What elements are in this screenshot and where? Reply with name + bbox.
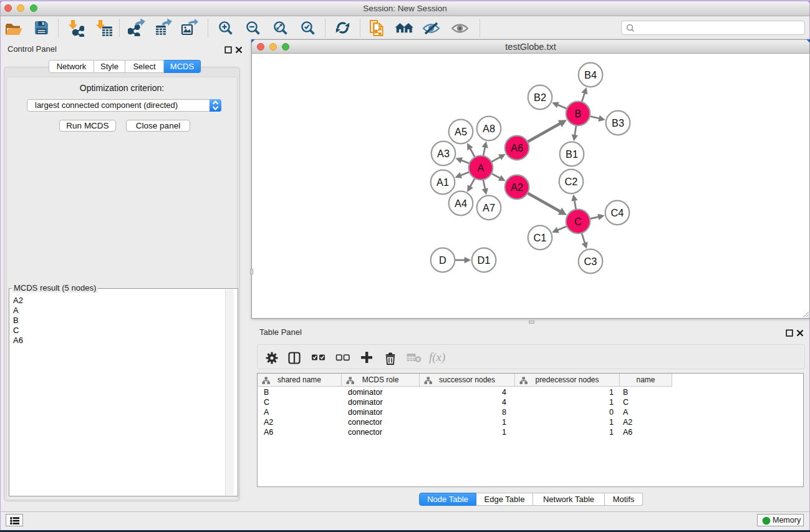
svg-text:B3: B3: [612, 117, 624, 128]
svg-text:A5: A5: [455, 126, 467, 137]
svg-text:D: D: [439, 254, 446, 266]
svg-text:A: A: [478, 162, 485, 173]
svg-text:B: B: [575, 108, 582, 119]
svg-text:A4: A4: [455, 198, 467, 209]
svg-text:C1: C1: [534, 232, 547, 243]
svg-text:A3: A3: [437, 148, 450, 159]
svg-text:A7: A7: [483, 202, 495, 213]
svg-text:A8: A8: [483, 123, 495, 134]
svg-text:B1: B1: [566, 148, 578, 160]
svg-text:C3: C3: [584, 256, 597, 267]
svg-text:D1: D1: [478, 254, 491, 266]
svg-text:C2: C2: [565, 176, 578, 187]
svg-text:A2: A2: [511, 181, 523, 193]
svg-text:C: C: [574, 216, 582, 227]
svg-text:C4: C4: [611, 207, 624, 218]
svg-text:A1: A1: [436, 177, 449, 188]
svg-text:B2: B2: [534, 92, 546, 103]
svg-text:B4: B4: [584, 69, 597, 80]
svg-text:A6: A6: [511, 142, 523, 153]
